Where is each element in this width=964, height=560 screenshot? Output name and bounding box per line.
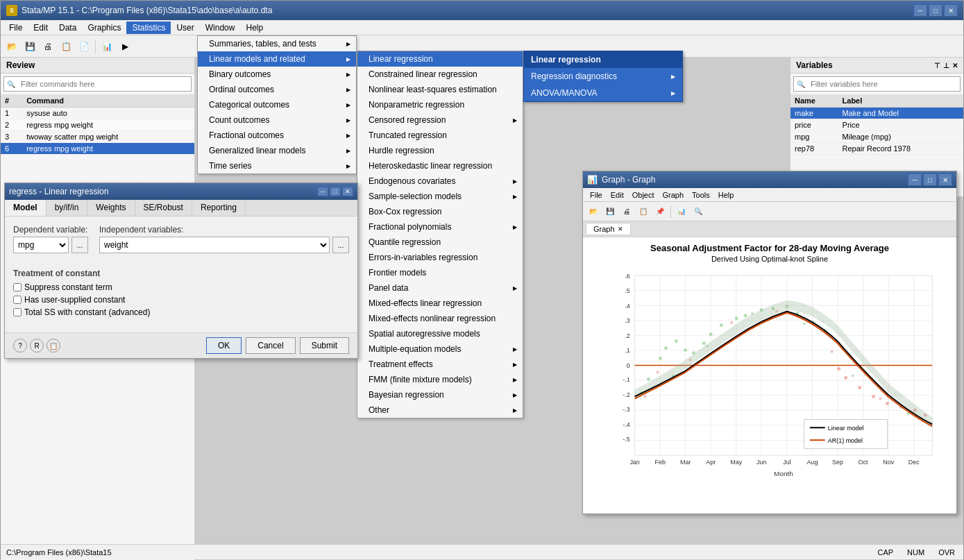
summaries-menu-item[interactable]: Summaries, tables, and tests ▶: [198, 36, 356, 51]
spatial-autoregressive-item[interactable]: Spatial autoregressive models: [357, 326, 523, 341]
window-menu[interactable]: Window: [200, 22, 241, 34]
linear-models-menu-item[interactable]: Linear models and related ▶: [198, 51, 356, 67]
graph-help-menu[interactable]: Help: [714, 190, 738, 200]
time-series-menu-item[interactable]: Time series ▶: [198, 158, 356, 173]
print-button[interactable]: 🖨: [40, 38, 56, 55]
maximize-button[interactable]: □: [929, 4, 942, 17]
suppress-constant-checkbox[interactable]: [13, 283, 22, 291]
var-arrange-icon[interactable]: ⊥: [943, 62, 949, 69]
graph-paste-btn[interactable]: 📌: [652, 204, 668, 219]
list-item[interactable]: make Make and Model: [790, 108, 963, 119]
submit-button[interactable]: Submit: [300, 337, 349, 354]
tab-reporting[interactable]: Reporting: [192, 200, 246, 216]
graph-close-button[interactable]: ✕: [938, 173, 952, 186]
list-item[interactable]: price Price: [790, 119, 963, 131]
list-item[interactable]: mpg Mileage (mpg): [790, 131, 963, 143]
hurdle-regression-item[interactable]: Hurdle regression: [357, 143, 523, 158]
frontier-models-item[interactable]: Frontier models: [357, 265, 523, 280]
fractional-outcomes-menu-item[interactable]: Fractional outcomes ▶: [198, 128, 356, 143]
bayesian-regression-item[interactable]: Bayesian regression ▶: [357, 387, 523, 402]
graph-graph-menu[interactable]: Graph: [659, 190, 688, 200]
viewer-button[interactable]: 📄: [76, 38, 92, 55]
graph-minimize-button[interactable]: ─: [908, 173, 922, 186]
independent-vars-browse[interactable]: ...: [332, 237, 349, 253]
regression-diagnostics-option[interactable]: Regression diagnostics ▶: [524, 68, 682, 85]
var-close-icon[interactable]: ✕: [952, 62, 958, 69]
box-cox-regression-item[interactable]: Box-Cox regression: [357, 204, 523, 219]
graph-open-btn[interactable]: 📂: [586, 204, 601, 219]
var-filter-icon[interactable]: ⊤: [934, 62, 940, 69]
truncated-regression-item[interactable]: Truncated regression: [357, 128, 523, 143]
graph-chart-btn[interactable]: 📊: [674, 204, 689, 219]
graph-file-menu[interactable]: File: [586, 190, 607, 200]
mixed-effects-nonlinear-item[interactable]: Mixed-effects nonlinear regression: [357, 311, 523, 326]
table-row[interactable]: 2 regress mpg weight: [1, 119, 194, 131]
cancel-button[interactable]: Cancel: [246, 337, 295, 354]
variables-search-input[interactable]: [808, 78, 957, 90]
dependent-var-select[interactable]: mpg: [13, 237, 69, 253]
sample-selection-item[interactable]: Sample-selection models ▶: [357, 189, 523, 204]
review-search-input[interactable]: [18, 78, 188, 90]
user-menu[interactable]: User: [171, 22, 199, 34]
endogenous-covariates-item[interactable]: Endogenous covariates ▶: [357, 173, 523, 189]
fractional-polynomials-item[interactable]: Fractional polynomials ▶: [357, 219, 523, 235]
anova-manova-option[interactable]: ANOVA/MANOVA ▶: [524, 85, 682, 101]
list-item[interactable]: rep78 Repair Record 1978: [790, 143, 963, 155]
quantile-regression-item[interactable]: Quantile regression: [357, 235, 523, 250]
save-button[interactable]: 💾: [22, 38, 38, 55]
fmm-item[interactable]: FMM (finite mixture models) ▶: [357, 372, 523, 387]
generalized-linear-menu-item[interactable]: Generalized linear models ▶: [198, 143, 356, 158]
errors-in-variables-item[interactable]: Errors-in-variables regression: [357, 250, 523, 265]
reset-button[interactable]: R: [30, 339, 44, 353]
graph-copy-btn[interactable]: 📋: [636, 204, 651, 219]
table-row[interactable]: 3 twoway scatter mpg weight: [1, 131, 194, 143]
graph-print-btn[interactable]: 🖨: [619, 204, 634, 219]
linear-regression-item[interactable]: Linear regression: [357, 51, 523, 67]
do-button[interactable]: ▶: [117, 38, 133, 55]
graph-tab-graph[interactable]: Graph ✕: [586, 223, 631, 235]
copy-button[interactable]: 📋: [46, 339, 60, 353]
multiple-equation-item[interactable]: Multiple-equation models ▶: [357, 341, 523, 357]
data-menu[interactable]: Data: [53, 22, 82, 34]
constrained-linear-item[interactable]: Constrained linear regression: [357, 67, 523, 82]
dialog-close-button[interactable]: ✕: [342, 187, 353, 196]
count-outcomes-menu-item[interactable]: Count outcomes ▶: [198, 112, 356, 128]
table-row[interactable]: 6 regress mpg weight: [1, 143, 194, 155]
panel-data-item[interactable]: Panel data ▶: [357, 280, 523, 296]
graph-tab-close-icon[interactable]: ✕: [618, 226, 623, 232]
open-button[interactable]: 📂: [3, 38, 20, 55]
independent-vars-select[interactable]: weight: [99, 237, 330, 253]
dialog-maximize-button[interactable]: □: [330, 187, 341, 196]
graph-edit-menu[interactable]: Edit: [607, 190, 628, 200]
nonlinear-least-squares-item[interactable]: Nonlinear least-squares estimation: [357, 82, 523, 97]
close-button[interactable]: ✕: [944, 4, 958, 17]
linear-regression-option[interactable]: Linear regression: [524, 51, 682, 68]
treatment-effects-item[interactable]: Treatment effects ▶: [357, 357, 523, 372]
ordinal-outcomes-menu-item[interactable]: Ordinal outcomes ▶: [198, 82, 356, 97]
other-item[interactable]: Other ▶: [357, 402, 523, 418]
graph-zoom-btn[interactable]: 🔍: [691, 204, 706, 219]
graph-button[interactable]: 📊: [99, 38, 115, 55]
file-menu[interactable]: File: [3, 22, 28, 34]
graph-tools-menu[interactable]: Tools: [688, 190, 714, 200]
mixed-effects-linear-item[interactable]: Mixed-effects linear regression: [357, 296, 523, 311]
graph-save-btn[interactable]: 💾: [602, 204, 618, 219]
categorical-outcomes-menu-item[interactable]: Categorical outcomes ▶: [198, 97, 356, 112]
binary-outcomes-menu-item[interactable]: Binary outcomes ▶: [198, 67, 356, 82]
tab-weights[interactable]: Weights: [87, 200, 135, 216]
minimize-button[interactable]: ─: [913, 4, 927, 17]
help-menu[interactable]: Help: [240, 22, 269, 34]
dialog-minimize-button[interactable]: ─: [317, 187, 328, 196]
graph-object-menu[interactable]: Object: [628, 190, 659, 200]
dependent-var-browse[interactable]: ...: [71, 237, 88, 253]
edit-menu[interactable]: Edit: [28, 22, 53, 34]
nonparametric-regression-item[interactable]: Nonparametric regression: [357, 97, 523, 112]
table-row[interactable]: 1 sysuse auto: [1, 108, 194, 119]
statistics-menu-trigger[interactable]: Statistics: [126, 22, 171, 34]
tab-by-if-in[interactable]: by/if/in: [46, 200, 88, 216]
heteroskedastic-regression-item[interactable]: Heteroskedastic linear regression: [357, 158, 523, 173]
tab-se-robust[interactable]: SE/Robust: [135, 200, 192, 216]
ok-button[interactable]: OK: [206, 337, 242, 354]
tab-model[interactable]: Model: [5, 200, 46, 216]
graph-maximize-button[interactable]: □: [923, 173, 937, 186]
